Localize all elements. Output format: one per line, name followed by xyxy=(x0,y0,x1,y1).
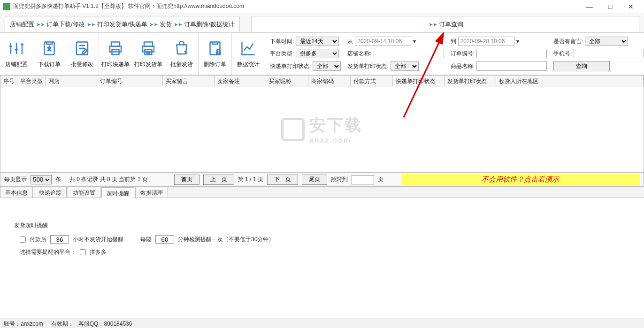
jump-unit: 页 xyxy=(378,175,383,183)
status-qq-label: 客服QQ： xyxy=(78,320,104,327)
trash-icon xyxy=(206,39,224,58)
after-pay-checkbox[interactable] xyxy=(20,236,26,243)
table-body[interactable]: 安下载 anxz.com xyxy=(0,86,644,173)
per-page-label: 每页显示 xyxy=(4,175,27,183)
tool-batch-edit[interactable]: 批量修改 xyxy=(66,33,99,75)
toolbar: 店铺配置 下载订单 批量修改 打印快递单 打印发货单 批量发货 删除订单 xyxy=(0,33,644,75)
subtab-basic[interactable]: 基本信息 xyxy=(0,187,33,198)
jump-input[interactable] xyxy=(352,175,374,184)
tool-print-express[interactable]: 打印快递单 xyxy=(99,33,132,75)
main-tabbar: 店铺配置 ➤➤ 订单下载/修改 ➤➤ 打印发货单/快递单 ➤➤ 发货 ➤➤ 订单… xyxy=(0,13,644,33)
tab-shop-config[interactable]: 店铺配置 ➤➤ 订单下载/修改 ➤➤ 打印发货单/快递单 ➤➤ 发货 ➤➤ 订单… xyxy=(5,16,240,32)
pager: 每页显示 500 条 共 0 条记录 共 0 页 当前第 1 页 首页 上一页 … xyxy=(0,173,644,187)
svg-rect-5 xyxy=(144,42,153,46)
col-express-print: 快递单打印状态 xyxy=(393,76,445,86)
tab-label: 订单删除/数据统计 xyxy=(184,20,235,29)
filter-area: 下单时间: 最近14天 从 ▾ 到 ▾ 是否有留言: 全部 平台类型: 拼多多 … xyxy=(265,33,644,75)
arrow-icon: ➤➤ xyxy=(174,22,182,28)
shop-name-input[interactable] xyxy=(374,49,444,58)
sub-tabbar: 基本信息 快递追踪 功能设置 超时提醒 数据清理 xyxy=(0,187,644,198)
close-button[interactable]: ✕ xyxy=(621,0,641,13)
tab-label: 打印发货单/快递单 xyxy=(97,20,148,29)
tool-data-stats[interactable]: 数据统计 xyxy=(232,33,265,75)
order-no-input[interactable] xyxy=(476,49,547,58)
app-icon xyxy=(3,3,10,10)
col-index: 序号 xyxy=(0,76,17,86)
phone-input[interactable] xyxy=(574,49,644,58)
platform-select[interactable]: 拼多多 xyxy=(296,49,339,58)
tab-label: 发货 xyxy=(160,20,172,29)
subtab-settings[interactable]: 功能设置 xyxy=(68,187,100,198)
after-pay-hours-input[interactable] xyxy=(50,235,69,244)
product-name-input[interactable] xyxy=(476,61,547,71)
col-buyer-nick: 买家昵称 xyxy=(266,76,308,86)
next-page-button[interactable]: 下一页 xyxy=(267,175,298,185)
minimize-button[interactable]: — xyxy=(579,0,600,13)
product-name-label: 商品名称: xyxy=(451,62,475,70)
tool-shop-config[interactable]: 店铺配置 xyxy=(0,33,33,75)
delivery-print-label: 发货单打印状态: xyxy=(347,62,388,70)
tool-download-order[interactable]: 下载订单 xyxy=(33,33,66,75)
tab-label: 店铺配置 xyxy=(10,20,34,29)
section-title: 发货超时提醒 xyxy=(14,221,630,229)
pager-total: 共 0 条记录 共 0 页 当前第 1 页 xyxy=(69,175,148,183)
platform-label: 平台类型: xyxy=(270,50,294,58)
subtab-cleanup[interactable]: 数据清理 xyxy=(135,187,168,198)
printer-icon xyxy=(139,39,158,58)
from-label: 从 xyxy=(347,38,353,46)
tool-batch-ship[interactable]: 批量发货 xyxy=(165,33,198,75)
tool-print-delivery[interactable]: 打印发货单 xyxy=(132,33,165,75)
help-banner[interactable]: 不会用软件？点击看演示 xyxy=(401,174,640,185)
svg-rect-2 xyxy=(111,42,120,46)
titlebar: 面兜兜拼多多快递打单助手 V1.1.2【至尊版】 软件官网：面兜兜http://… xyxy=(0,0,644,13)
last-page-button[interactable]: 尾页 xyxy=(302,175,327,185)
statusbar: 账号：anxzcom 有效期： 客服QQ：800184536 xyxy=(0,319,644,328)
platform-choice-label: 选择需要提醒的平台： xyxy=(20,248,76,256)
col-platform: 平台类型 xyxy=(17,76,46,86)
tool-delete-order[interactable]: 删除订单 xyxy=(199,33,231,75)
subtab-tracking[interactable]: 快递追踪 xyxy=(34,187,67,198)
window-title: 面兜兜拼多多快递打单助手 V1.1.2【至尊版】 软件官网：面兜兜http://… xyxy=(13,2,579,10)
after-pay-label: 付款后 xyxy=(30,236,46,244)
download-icon xyxy=(40,39,59,58)
order-table: 序号 平台类型 网店 订单编号 买家留言 卖家备注 买家昵称 商家编码 付款方式… xyxy=(0,75,644,173)
table-header: 序号 平台类型 网店 订单编号 买家留言 卖家备注 买家昵称 商家编码 付款方式… xyxy=(0,75,644,86)
lock-icon xyxy=(281,118,305,141)
platform-pdd-checkbox[interactable] xyxy=(80,249,86,255)
col-delivery-print: 发货单打印状态 xyxy=(445,76,496,86)
interval-input[interactable] xyxy=(155,235,174,244)
delivery-print-select[interactable]: 全部 xyxy=(391,61,419,71)
chart-icon xyxy=(239,39,258,58)
arrow-icon: ➤➤ xyxy=(87,22,95,28)
jump-label: 跳转到 xyxy=(331,175,348,183)
col-receiver-area: 收货人所在地区 xyxy=(496,76,644,86)
sliders-icon xyxy=(7,39,26,58)
maximize-button[interactable]: □ xyxy=(600,0,621,13)
status-expire-label: 有效期： xyxy=(51,320,74,327)
per-page-unit: 条 xyxy=(55,175,61,183)
pager-mid: 第 1 / 1 页 xyxy=(238,175,263,183)
per-page-select[interactable]: 500 xyxy=(31,175,52,184)
platform-pdd-label: 拼多多 xyxy=(90,248,107,256)
express-print-select[interactable]: 全部 xyxy=(313,61,341,71)
watermark-text: 安下载 xyxy=(309,116,363,134)
prev-page-button[interactable]: 上一页 xyxy=(203,175,234,185)
first-page-button[interactable]: 首页 xyxy=(174,175,199,185)
tab-label: 订单下载/修改 xyxy=(46,20,85,29)
subtab-timeout[interactable]: 超时提醒 xyxy=(101,187,134,198)
to-date-input[interactable] xyxy=(458,37,514,46)
order-no-label: 订单编号: xyxy=(451,50,475,58)
query-button[interactable]: 查询 xyxy=(553,61,610,71)
edit-icon xyxy=(73,39,92,58)
from-date-input[interactable] xyxy=(355,37,411,46)
tab-order-query[interactable]: ➤➤ 订单查询 xyxy=(251,16,639,32)
has-msg-select[interactable]: 全部 xyxy=(585,37,628,46)
col-merchant-code: 商家编码 xyxy=(308,76,351,86)
order-time-select[interactable]: 最近14天 xyxy=(296,37,339,46)
arrow-icon: ➤➤ xyxy=(149,22,158,28)
col-seller-note: 卖家备注 xyxy=(215,76,266,86)
watermark: 安下载 anxz.com xyxy=(281,114,363,145)
watermark-sub: anxz.com xyxy=(309,136,363,145)
timeout-panel: 发货超时提醒 付款后 小时不发货开始提醒 每隔 分钟检测提醒一次（不要低于30分… xyxy=(0,198,644,284)
shop-name-label: 店铺名称: xyxy=(347,50,371,58)
